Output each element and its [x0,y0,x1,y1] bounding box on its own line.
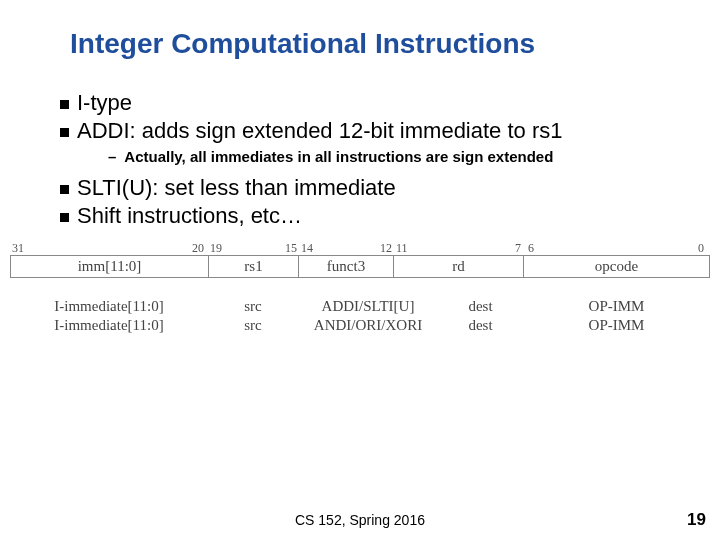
bullet-text: SLTI(U): set less than immediate [77,175,396,201]
cell: ADDI/SLTI[U] [298,298,438,315]
cell: OP-IMM [523,317,710,334]
cell: ANDI/ORI/XORI [298,317,438,334]
slide-body: I-type ADDI: adds sign extended 12-bit i… [0,60,720,229]
bit-label: 6 [528,241,534,256]
bullet-item: SLTI(U): set less than immediate [60,175,720,201]
decode-row: I-immediate[11:0] src ADDI/SLTI[U] dest … [10,298,710,315]
bit-label: 7 [515,241,521,256]
cell: dest [438,317,523,334]
bit-label: 14 [301,241,313,256]
bit-label: 0 [698,241,704,256]
bit-label: 20 [192,241,204,256]
bit-label: 11 [396,241,408,256]
sub-bullet-item: – Actually, all immediates in all instru… [108,148,720,165]
bit-label: 19 [210,241,222,256]
field-imm: imm[11:0] [11,256,209,277]
bullet-text: I-type [77,90,132,116]
square-bullet-icon [60,185,69,194]
slide-title: Integer Computational Instructions [0,0,720,60]
bit-position-row: 31 20 19 15 14 12 11 7 6 0 [10,241,710,255]
page-number: 19 [687,510,706,530]
bit-label: 15 [285,241,297,256]
field-funct3: funct3 [299,256,394,277]
square-bullet-icon [60,100,69,109]
bullet-text: Shift instructions, etc… [77,203,302,229]
sub-bullet-text: Actually, all immediates in all instruct… [124,148,553,165]
dash-bullet-icon: – [108,148,116,165]
bit-label: 31 [12,241,24,256]
instruction-format-diagram: 31 20 19 15 14 12 11 7 6 0 imm[11:0] rs1… [10,241,710,334]
square-bullet-icon [60,128,69,137]
field-opcode: opcode [524,256,709,277]
bit-label: 12 [380,241,392,256]
field-rd: rd [394,256,524,277]
footer-text: CS 152, Spring 2016 [0,512,720,528]
bullet-text: ADDI: adds sign extended 12-bit immediat… [77,118,562,144]
bullet-item: I-type [60,90,720,116]
cell: dest [438,298,523,315]
cell: I-immediate[11:0] [10,298,208,315]
bullet-item: ADDI: adds sign extended 12-bit immediat… [60,118,720,144]
cell: src [208,317,298,334]
field-header-row: imm[11:0] rs1 funct3 rd opcode [10,255,710,278]
cell: I-immediate[11:0] [10,317,208,334]
square-bullet-icon [60,213,69,222]
bullet-item: Shift instructions, etc… [60,203,720,229]
cell: OP-IMM [523,298,710,315]
cell: src [208,298,298,315]
decode-row: I-immediate[11:0] src ANDI/ORI/XORI dest… [10,317,710,334]
field-rs1: rs1 [209,256,299,277]
